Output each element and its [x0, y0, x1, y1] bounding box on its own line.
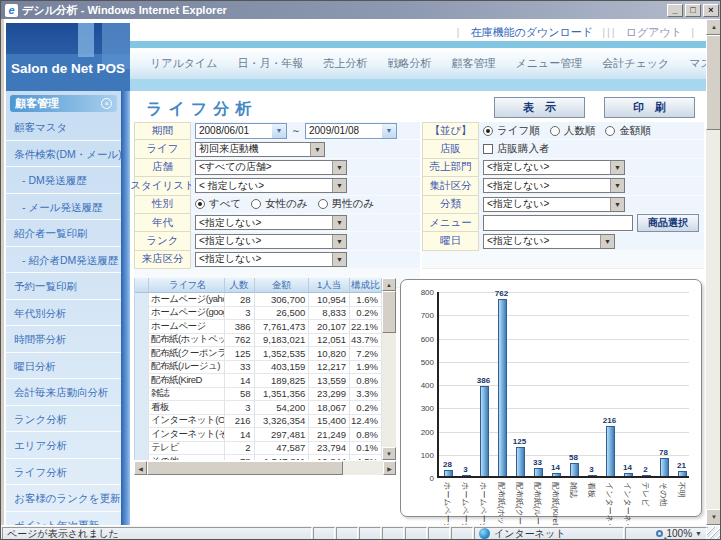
radio-男性のみ[interactable] [318, 199, 328, 209]
radio-ライフ順[interactable] [483, 126, 493, 136]
table-row[interactable]: テレビ247,58723,7940.1% [135, 442, 382, 456]
scroll-up-icon[interactable]: ▲ [382, 278, 396, 291]
dropdown-arrow-icon[interactable]: ▼ [610, 161, 624, 174]
sidebar-item[interactable]: ライフ分析 [6, 459, 121, 486]
table-row[interactable]: ホームページ3867,761,47320,10722.1% [135, 320, 382, 334]
dropdown-select[interactable]: <指定しない>▼ [483, 160, 625, 175]
row-selector[interactable] [135, 388, 149, 402]
dropdown-select[interactable]: < 指定しない>▼ [195, 178, 347, 193]
dropdown-arrow-icon[interactable]: ▼ [610, 198, 624, 211]
nav-item-6[interactable]: メニュー管理 [506, 56, 593, 71]
date-input[interactable]: 2008/06/01▼ [195, 123, 287, 139]
row-selector[interactable] [135, 361, 149, 375]
show-button[interactable]: 表 示 [494, 97, 585, 118]
sidebar-item[interactable]: 年代別分析 [6, 300, 121, 327]
dropdown-select[interactable]: <指定しない>▼ [483, 178, 625, 193]
print-button[interactable]: 印 刷 [604, 97, 695, 118]
dropdown-arrow-icon[interactable]: ▼ [610, 179, 624, 192]
nav-item-2[interactable]: 日・月・年報 [228, 56, 314, 71]
scroll-up-icon[interactable]: ▲ [706, 19, 721, 35]
row-selector[interactable] [135, 415, 149, 429]
dropdown-select[interactable]: <すべての店舗>▼ [195, 160, 347, 175]
table-row[interactable]: ホームページ(yaho28306,70010,9541.6% [135, 293, 382, 307]
sidebar-item[interactable]: お客様のランクを更新 [6, 485, 121, 512]
date-input[interactable]: 2009/01/08▼ [305, 123, 397, 139]
dropdown-arrow-icon[interactable]: ▼ [332, 253, 346, 266]
table-row[interactable]: 配布紙(KireD14189,82513,5590.8% [135, 374, 382, 388]
radio-女性のみ[interactable] [251, 199, 261, 209]
sidebar-item[interactable]: 会計毎来店動向分析 [6, 379, 121, 406]
minimize-button[interactable]: _ [667, 4, 683, 17]
dropdown-arrow-icon[interactable]: ▼ [310, 143, 324, 156]
sidebar-item[interactable]: ランク分析 [6, 406, 121, 433]
dropdown-select[interactable]: <指定しない>▼ [483, 197, 625, 212]
dropdown-arrow-icon[interactable]: ▼ [332, 161, 346, 174]
sidebar-item[interactable]: エリア分析 [6, 432, 121, 459]
sidebar-item[interactable]: 時間帯分析 [6, 326, 121, 353]
logout-link[interactable]: ログアウト [626, 26, 682, 38]
row-selector[interactable] [135, 334, 149, 348]
sidebar-item[interactable]: - DM発送履歴 [6, 167, 121, 194]
dropdown-select[interactable]: <指定しない>▼ [195, 252, 347, 267]
dropdown-select[interactable]: <指定しない>▼ [195, 215, 347, 230]
table-vertical-scrollbar[interactable]: ▲ ▼ [382, 278, 396, 460]
nav-item-7[interactable]: 会計チェック [592, 56, 679, 71]
chevron-down-icon[interactable]: ▼ [272, 124, 286, 138]
dropdown-select[interactable]: <指定しない>▼ [483, 234, 615, 249]
scroll-down-icon[interactable]: ▼ [382, 447, 396, 460]
zoom-control[interactable]: 100% ▼ [625, 527, 707, 540]
table-row[interactable]: 配布紙(クーポンラン1251,352,53510,8207.2% [135, 347, 382, 361]
dropdown-arrow-icon[interactable]: ▼ [332, 179, 346, 192]
sidebar-item[interactable]: - 紹介者DM発送履歴 [6, 247, 121, 274]
sidebar-item[interactable]: 予約一覧印刷 [6, 273, 121, 300]
table-row[interactable]: ホームページ(goog326,5008,8330.2% [135, 307, 382, 321]
close-button[interactable]: × [703, 4, 719, 17]
table-row[interactable]: 雑誌581,351,35623,2993.3% [135, 388, 382, 402]
row-selector[interactable] [135, 401, 149, 415]
radio-人数順[interactable] [550, 126, 560, 136]
dropdown-arrow-icon[interactable]: ▼ [332, 235, 346, 248]
row-selector[interactable] [135, 307, 149, 321]
inventory-download-link[interactable]: 在庫機能のダウンロード [471, 26, 594, 38]
dropdown-arrow-icon[interactable]: ▼ [600, 235, 614, 248]
maximize-button[interactable]: □ [685, 4, 701, 17]
table-row[interactable]: 配布紙(ホットペッパー7629,183,02112,05143.7% [135, 334, 382, 348]
table-horizontal-scrollbar[interactable]: ◀ ▶ [134, 461, 396, 475]
checkbox-店販購入者[interactable] [483, 144, 493, 154]
row-selector[interactable] [135, 442, 149, 456]
row-selector[interactable] [135, 428, 149, 442]
table-row[interactable]: その他781,547,81119,8444.5% [135, 455, 382, 460]
sidebar-item[interactable]: ポイント年次更新 [6, 512, 121, 526]
row-selector[interactable] [135, 455, 149, 460]
scrollbar-thumb[interactable] [706, 35, 721, 130]
table-row[interactable]: 看板354,20018,0670.2% [135, 401, 382, 415]
dropdown-select[interactable]: <指定しない>▼ [195, 234, 347, 249]
radio-金額順[interactable] [605, 126, 615, 136]
row-selector[interactable] [135, 374, 149, 388]
nav-item-5[interactable]: 顧客管理 [442, 56, 506, 71]
scroll-left-icon[interactable]: ◀ [134, 461, 147, 475]
product-select-button[interactable]: 商品選択 [637, 214, 699, 232]
resize-grip[interactable] [707, 527, 721, 540]
sidebar-item[interactable]: - メール発送履歴 [6, 194, 121, 221]
chevron-down-icon[interactable]: ▼ [382, 124, 396, 138]
nav-item-4[interactable]: 戦略分析 [378, 56, 442, 71]
row-selector[interactable] [135, 320, 149, 334]
sidebar-item[interactable]: 条件検索(DM・メール)へ [6, 141, 121, 168]
window-vertical-scrollbar[interactable]: ▲ ▼ [706, 19, 721, 525]
dropdown-select[interactable]: 初回来店動機▼ [195, 142, 325, 157]
dropdown-arrow-icon[interactable]: ▼ [332, 216, 346, 229]
table-row[interactable]: インターネット(その他)14297,48121,2490.8% [135, 428, 382, 442]
scrollbar-thumb[interactable] [382, 291, 396, 333]
table-row[interactable]: インターネット(OZモール)2163,326,35415,40012.4% [135, 415, 382, 429]
close-icon[interactable]: × [101, 98, 112, 109]
scroll-right-icon[interactable]: ▶ [383, 461, 396, 475]
nav-item-3[interactable]: 売上分析 [314, 56, 378, 71]
sidebar-item[interactable]: 紹介者一覧印刷 [6, 220, 121, 247]
scrollbar-thumb[interactable] [147, 461, 343, 475]
row-selector[interactable] [135, 293, 149, 307]
nav-item-1[interactable]: リアルタイム [140, 56, 228, 71]
radio-すべて[interactable] [195, 199, 205, 209]
sidebar-item[interactable]: 曜日分析 [6, 353, 121, 380]
row-selector[interactable] [135, 347, 149, 361]
